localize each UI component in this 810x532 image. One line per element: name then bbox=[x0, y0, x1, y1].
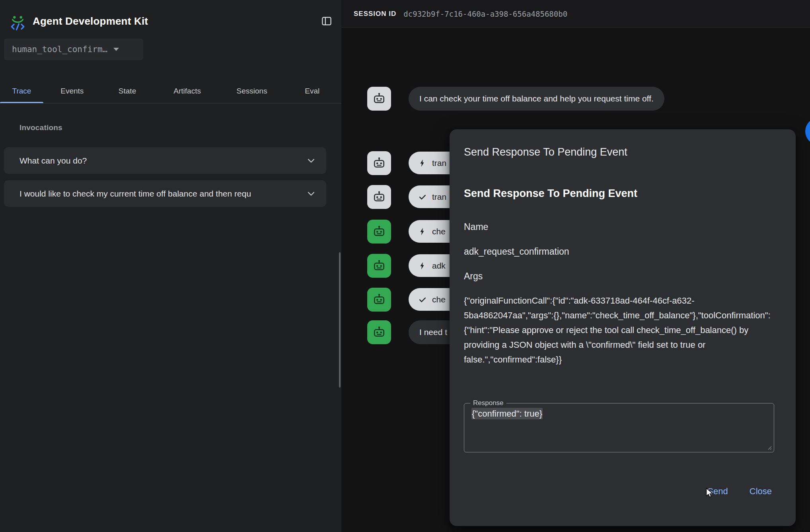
agent-avatar bbox=[367, 220, 391, 244]
tab-sessions-label: Sessions bbox=[237, 87, 267, 95]
tab-sessions[interactable]: Sessions bbox=[221, 79, 283, 103]
chat-message-row: I can check your time off balance and he… bbox=[367, 87, 664, 111]
bolt-icon bbox=[418, 159, 427, 168]
caret-down-icon bbox=[113, 47, 119, 51]
bot-avatar bbox=[367, 87, 391, 111]
chevron-down-icon bbox=[306, 155, 317, 166]
name-label: Name bbox=[464, 222, 488, 232]
tab-bar: Trace Events State Artifacts Sessions Ev… bbox=[0, 79, 341, 103]
tab-eval[interactable]: Eval bbox=[283, 79, 341, 103]
app-title: Agent Development Kit bbox=[33, 15, 148, 27]
tab-artifacts-label: Artifacts bbox=[173, 87, 201, 95]
response-textarea[interactable]: Response {"confirmed": true} bbox=[464, 403, 774, 452]
adk-logo-icon bbox=[8, 12, 27, 31]
robot-icon bbox=[372, 325, 386, 339]
tab-trace-label: Trace bbox=[12, 87, 31, 95]
robot-icon bbox=[372, 224, 386, 239]
tab-artifacts[interactable]: Artifacts bbox=[154, 79, 220, 103]
invocation-item-text: I would like to check my current time of… bbox=[19, 189, 300, 199]
sidebar: Agent Development Kit human_tool_confirm… bbox=[0, 0, 341, 532]
send-button[interactable]: Send bbox=[707, 483, 728, 499]
bolt-icon bbox=[418, 261, 427, 270]
send-response-dialog: Send Response To Pending Event Send Resp… bbox=[450, 129, 796, 526]
bot-avatar bbox=[367, 185, 391, 209]
invocation-item-2[interactable]: I would like to check my current time of… bbox=[4, 180, 326, 207]
session-id-value: dc932b9f-7c16-460a-a398-656a485680b0 bbox=[403, 10, 567, 18]
invocation-item-text: What can you do? bbox=[19, 156, 300, 166]
scrollbar-thumb[interactable] bbox=[339, 252, 341, 388]
tab-eval-label: Eval bbox=[305, 87, 319, 95]
chip-label: tran bbox=[432, 158, 446, 168]
dialog-actions: Send Close bbox=[450, 483, 796, 499]
robot-icon bbox=[372, 190, 386, 204]
chip-label: adk bbox=[432, 261, 446, 271]
collapse-panel-button[interactable] bbox=[321, 15, 333, 27]
tab-state[interactable]: State bbox=[101, 79, 154, 103]
response-field-value: {"confirmed": true} bbox=[471, 409, 543, 419]
sidebar-header: Agent Development Kit bbox=[8, 12, 333, 31]
session-bar: SESSION ID dc932b9f-7c16-460a-a398-656a4… bbox=[341, 0, 810, 28]
check-icon bbox=[418, 193, 427, 201]
agent-avatar bbox=[367, 254, 391, 278]
tab-state-label: State bbox=[119, 87, 136, 95]
invocation-item-1[interactable]: What can you do? bbox=[4, 147, 326, 174]
robot-icon bbox=[372, 292, 386, 307]
invocations-heading: Invocations bbox=[19, 123, 62, 132]
tab-trace[interactable]: Trace bbox=[0, 79, 43, 103]
response-field-label: Response bbox=[470, 399, 506, 407]
tab-events-label: Events bbox=[60, 87, 84, 95]
agent-avatar bbox=[367, 320, 391, 344]
chip-label: che bbox=[432, 295, 446, 304]
dialog-title: Send Response To Pending Event bbox=[464, 146, 627, 158]
bolt-icon bbox=[418, 227, 427, 236]
check-icon bbox=[418, 295, 427, 304]
agent-select-dropdown[interactable]: human_tool_confirm… bbox=[4, 39, 143, 60]
robot-icon bbox=[372, 259, 386, 273]
bot-message-bubble: I can check your time off balance and he… bbox=[409, 87, 664, 111]
args-label: Args bbox=[464, 271, 483, 282]
bot-avatar bbox=[367, 151, 391, 175]
dialog-heading: Send Response To Pending Event bbox=[464, 187, 637, 200]
close-button[interactable]: Close bbox=[750, 483, 772, 499]
tab-events[interactable]: Events bbox=[43, 79, 101, 103]
agent-select-value: human_tool_confirm… bbox=[12, 45, 107, 54]
robot-icon bbox=[372, 156, 386, 170]
agent-avatar bbox=[367, 288, 391, 312]
chevron-down-icon bbox=[306, 188, 317, 199]
name-value: adk_request_confirmation bbox=[464, 246, 569, 257]
args-json: {"originalFunctionCall":{"id":"adk-63371… bbox=[464, 293, 775, 367]
session-id-label: SESSION ID bbox=[354, 10, 396, 18]
resize-handle-icon[interactable] bbox=[766, 444, 772, 450]
robot-icon bbox=[372, 92, 386, 106]
panel-collapse-icon bbox=[321, 15, 333, 27]
chip-label: che bbox=[432, 227, 446, 236]
chip-label: tran bbox=[432, 192, 446, 202]
